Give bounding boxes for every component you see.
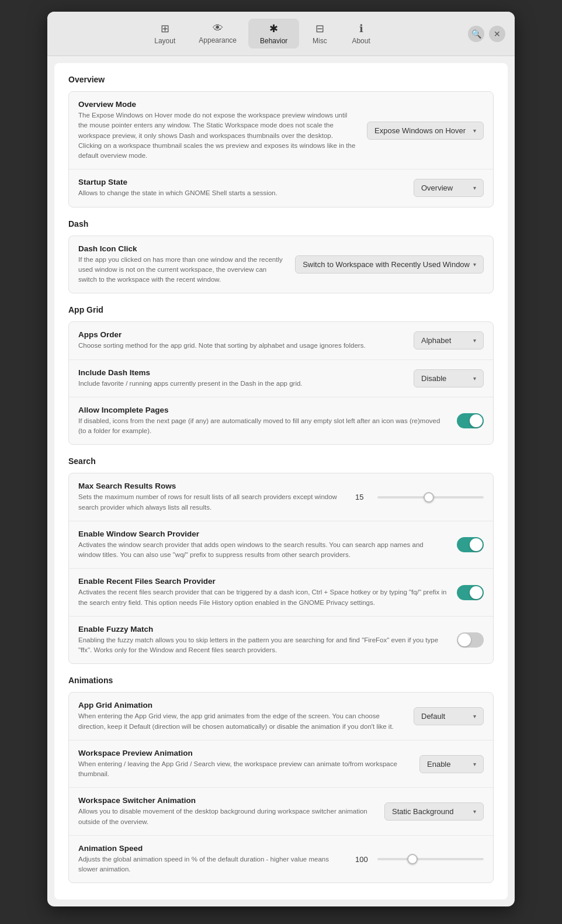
app-grid-animation-dropdown[interactable]: Default ▾ — [414, 707, 484, 725]
toggle-knob — [470, 538, 483, 551]
tab-appearance-label: Appearance — [199, 36, 237, 44]
workspace-switcher-animation-row: Workspace Switcher Animation Allows you … — [69, 788, 493, 836]
enable-window-search-text: Enable Window Search Provider Activates … — [78, 530, 457, 560]
animations-section-title: Animations — [68, 676, 494, 685]
toggle-knob — [458, 634, 471, 646]
workspace-switcher-animation-desc: Allows you to disable movement of the de… — [78, 807, 375, 827]
animation-speed-slider[interactable] — [377, 858, 484, 860]
allow-incomplete-pages-row: Allow Incomplete Pages If disabled, icon… — [69, 397, 493, 445]
workspace-switcher-animation-value: Static Background — [392, 807, 454, 816]
tab-behavior-label: Behavior — [260, 37, 287, 45]
max-search-results-slider-container: 15 — [355, 493, 484, 501]
enable-window-search-desc: Activates the window search provider tha… — [78, 540, 447, 560]
animation-speed-value: 100 — [355, 855, 372, 864]
dash-icon-click-row: Dash Icon Click If the app you clicked o… — [69, 236, 493, 293]
startup-state-desc: Allows to change the state in which GNOM… — [78, 188, 404, 198]
enable-recent-files-label: Enable Recent Files Search Provider — [78, 577, 447, 586]
chevron-down-icon: ▾ — [473, 375, 476, 382]
window-controls: 🔍 ✕ — [468, 26, 505, 42]
allow-incomplete-pages-label: Allow Incomplete Pages — [78, 406, 447, 414]
enable-window-search-toggle[interactable] — [457, 537, 484, 552]
overview-section-title: Overview — [68, 75, 494, 84]
max-search-results-desc: Sets the maximum number of rows for resu… — [78, 492, 346, 513]
layout-icon: ⊞ — [161, 22, 169, 35]
search-card: Max Search Results Rows Sets the maximum… — [68, 473, 494, 664]
workspace-switcher-animation-dropdown[interactable]: Static Background ▾ — [384, 802, 484, 821]
app-grid-animation-value: Default — [421, 712, 445, 721]
tab-layout-label: Layout — [154, 37, 175, 45]
max-search-results-label: Max Search Results Rows — [78, 482, 346, 490]
enable-recent-files-text: Enable Recent Files Search Provider Acti… — [78, 577, 457, 608]
include-dash-items-label: Include Dash Items — [78, 368, 404, 377]
workspace-preview-animation-dropdown[interactable]: Enable ▾ — [419, 755, 484, 773]
startup-state-row: Startup State Allows to change the state… — [69, 169, 493, 206]
tab-behavior[interactable]: ✱ Behavior — [248, 19, 299, 49]
apps-order-dropdown[interactable]: Alphabet ▾ — [414, 331, 484, 349]
include-dash-items-text: Include Dash Items Include favorite / ru… — [78, 368, 414, 389]
workspace-switcher-animation-text: Workspace Switcher Animation Allows you … — [78, 796, 384, 827]
chevron-down-icon: ▾ — [473, 337, 476, 344]
tab-about[interactable]: ℹ About — [340, 19, 381, 49]
apps-order-row: Apps Order Choose sorting method for the… — [69, 322, 493, 359]
overview-mode-value: Expose Windows on Hover — [374, 126, 466, 135]
appearance-icon: 👁 — [213, 22, 223, 34]
overview-card: Overview Mode The Expose Windows on Hove… — [68, 91, 494, 207]
enable-window-search-row: Enable Window Search Provider Activates … — [69, 521, 493, 569]
tab-misc[interactable]: ⊟ Misc — [299, 19, 340, 49]
chevron-down-icon: ▾ — [473, 185, 476, 191]
search-button[interactable]: 🔍 — [468, 26, 484, 42]
workspace-preview-animation-label: Workspace Preview Animation — [78, 749, 410, 757]
allow-incomplete-pages-toggle[interactable] — [457, 413, 484, 428]
include-dash-items-value: Disable — [421, 374, 446, 383]
workspace-switcher-animation-label: Workspace Switcher Animation — [78, 796, 375, 805]
chevron-down-icon: ▾ — [473, 761, 476, 767]
close-icon: ✕ — [494, 29, 501, 39]
tab-layout[interactable]: ⊞ Layout — [143, 19, 187, 49]
enable-recent-files-toggle[interactable] — [457, 585, 484, 600]
overview-mode-row: Overview Mode The Expose Windows on Hove… — [69, 92, 493, 169]
settings-window: ⊞ Layout 👁 Appearance ✱ Behavior ⊟ Misc … — [47, 12, 515, 906]
enable-recent-files-desc: Activates the recent files search provid… — [78, 587, 447, 608]
enable-fuzzy-match-desc: Enabling the fuzzy match allows you to s… — [78, 635, 447, 656]
animation-speed-desc: Adjusts the global animation speed in % … — [78, 854, 346, 875]
tab-appearance[interactable]: 👁 Appearance — [187, 19, 248, 49]
app-grid-animation-desc: When entering the App Grid view, the app… — [78, 711, 404, 732]
animation-speed-slider-container: 100 — [355, 855, 484, 864]
toggle-knob — [470, 586, 483, 599]
apps-order-label: Apps Order — [78, 330, 404, 339]
dash-card: Dash Icon Click If the app you clicked o… — [68, 236, 494, 294]
misc-icon: ⊟ — [315, 22, 324, 35]
enable-window-search-label: Enable Window Search Provider — [78, 530, 447, 538]
overview-mode-label: Overview Mode — [78, 100, 358, 109]
app-grid-card: Apps Order Choose sorting method for the… — [68, 321, 494, 445]
workspace-preview-animation-row: Workspace Preview Animation When enterin… — [69, 740, 493, 788]
startup-state-dropdown[interactable]: Overview ▾ — [414, 179, 484, 197]
dash-icon-click-dropdown[interactable]: Switch to Workspace with Recently Used W… — [295, 255, 484, 274]
max-search-results-value: 15 — [355, 493, 372, 501]
main-content: Overview Overview Mode The Expose Window… — [54, 63, 508, 899]
dash-icon-click-text: Dash Icon Click If the app you clicked o… — [78, 244, 295, 285]
include-dash-items-row: Include Dash Items Include favorite / ru… — [69, 360, 493, 397]
animation-speed-label: Animation Speed — [78, 844, 346, 853]
include-dash-items-dropdown[interactable]: Disable ▾ — [414, 369, 484, 387]
tab-bar: ⊞ Layout 👁 Appearance ✱ Behavior ⊟ Misc … — [57, 19, 468, 49]
workspace-preview-animation-value: Enable — [427, 760, 450, 769]
about-icon: ℹ — [359, 22, 363, 35]
app-grid-animation-text: App Grid Animation When entering the App… — [78, 701, 414, 732]
search-icon: 🔍 — [471, 29, 481, 39]
app-grid-section-title: App Grid — [68, 305, 494, 314]
close-button[interactable]: ✕ — [489, 26, 505, 42]
apps-order-desc: Choose sorting method for the app grid. … — [78, 341, 404, 351]
dash-icon-click-value: Switch to Workspace with Recently Used W… — [303, 260, 470, 269]
behavior-icon: ✱ — [269, 22, 278, 35]
dash-icon-click-desc: If the app you clicked on has more than … — [78, 255, 286, 285]
chevron-down-icon: ▾ — [473, 127, 476, 134]
max-search-results-slider[interactable] — [377, 496, 484, 499]
overview-mode-dropdown[interactable]: Expose Windows on Hover ▾ — [367, 122, 484, 140]
app-grid-animation-row: App Grid Animation When entering the App… — [69, 693, 493, 740]
enable-fuzzy-match-label: Enable Fuzzy Match — [78, 625, 447, 634]
animations-card: App Grid Animation When entering the App… — [68, 692, 494, 883]
app-grid-animation-label: App Grid Animation — [78, 701, 404, 710]
animation-speed-text: Animation Speed Adjusts the global anima… — [78, 844, 355, 875]
enable-fuzzy-match-toggle[interactable] — [457, 632, 484, 648]
